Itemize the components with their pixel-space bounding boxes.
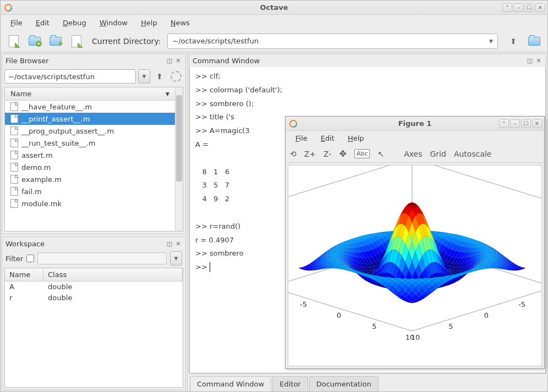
file-browser-toolbar: ~/octave/scripts/testfun ▼ ⬆ [2,67,185,86]
close-button[interactable]: ✕ [532,119,542,128]
var-name: A [5,281,43,292]
filter-dropdown-button[interactable]: ▼ [170,251,182,266]
undock-icon[interactable]: ◫ [526,57,534,64]
titlebar[interactable]: Octave ⌃ – ☐ ✕ [1,1,547,15]
new-folder-button[interactable] [26,33,43,49]
chevron-down-icon: ▼ [489,38,493,44]
open-folder-button[interactable] [47,33,64,49]
cursor [210,262,210,272]
close-panel-icon[interactable]: ✕ [174,240,182,247]
var-name: r [5,292,43,303]
menu-help[interactable]: Help [135,16,163,29]
command-output: >> clf; >> colormap ('default'); >> somb… [195,72,282,271]
figure-titlebar[interactable]: Figure 1 ⌃ – ☐ ✕ [286,117,544,131]
minimize-button[interactable]: – [513,3,523,12]
menu-file[interactable]: File [5,16,28,29]
workspace-table-header: Name Class [5,268,183,281]
tab-command-window[interactable]: Command Window [190,376,271,391]
minimize-button[interactable]: – [510,119,520,128]
current-dir-text: ~/octave/scripts/testfun [172,37,489,45]
svg-line-8 [412,165,541,202]
file-row[interactable]: example.m [5,173,175,185]
figure-menu-edit[interactable]: Edit [315,132,340,145]
file-browser-header[interactable]: File Browser ◫ ✕ [2,54,185,67]
close-panel-icon[interactable]: ✕ [174,57,182,64]
tab-editor[interactable]: Editor [272,376,308,391]
document-run-icon [72,35,81,47]
zoom-out-tool[interactable]: Z- [324,150,331,158]
filter-input[interactable] [37,252,167,264]
file-browser-path[interactable]: ~/octave/scripts/testfun [4,69,136,84]
file-icon [10,151,18,159]
maximize-button[interactable]: ☐ [521,119,531,128]
figure-canvas[interactable]: 10.80.60.40.20-0.2-0.4-10-505101050-5-10 [288,165,542,366]
file-name: example.m [21,175,62,184]
folder-icon [528,37,540,46]
maximize-button[interactable]: ☐ [524,3,534,12]
file-row[interactable]: module.mk [5,197,175,209]
command-window-header[interactable]: Command Window ◫ ✕ [189,54,546,67]
figure-menu-file[interactable]: File [290,132,313,145]
workspace-row[interactable]: Adouble [5,281,183,292]
grid-button[interactable]: Grid [430,150,446,158]
text-tool[interactable]: Abc [354,149,370,158]
file-row[interactable]: __printf_assert__.m [5,113,175,125]
var-class: double [43,292,76,303]
undock-icon[interactable]: ◫ [166,240,173,247]
file-browser-up-button[interactable]: ⬆ [152,68,167,85]
axes-button[interactable]: Axes [404,150,422,158]
folder-arrow-icon [50,37,62,46]
workspace-panel: Workspace ◫ ✕ Filter ▼ Name Class [2,236,186,390]
menu-window[interactable]: Window [94,16,133,29]
file-row[interactable]: demo.m [5,161,175,173]
current-dir-label: Current Directory: [92,37,161,46]
path-dropdown-button[interactable]: ▼ [138,69,150,84]
close-panel-icon[interactable]: ✕ [535,57,542,64]
menu-news[interactable]: News [165,16,195,29]
autoscale-button[interactable]: Autoscale [454,150,492,158]
file-name: fail.m [21,187,42,196]
figure-window[interactable]: Figure 1 ⌃ – ☐ ✕ File Edit Help ⟲ Z+ Z- … [285,116,545,369]
col-class[interactable]: Class [43,268,183,281]
menu-debug[interactable]: Debug [57,16,92,29]
filter-checkbox[interactable] [26,255,34,262]
workspace-filter-row: Filter ▼ [2,250,185,267]
run-button[interactable] [68,33,85,49]
file-icon [10,163,18,172]
rollup-button[interactable]: ⌃ [502,3,512,12]
file-name: module.mk [21,200,62,208]
svg-line-1176 [412,287,541,331]
file-icon [10,126,18,135]
close-button[interactable]: ✕ [535,3,545,12]
zoom-in-tool[interactable]: Z+ [304,150,316,158]
browse-folder-button[interactable] [525,33,543,49]
undock-icon[interactable]: ◫ [166,57,173,64]
file-list-header[interactable]: Name ▼ [5,87,175,101]
pan-tool[interactable]: ✥ [339,148,346,159]
file-icon [10,187,18,196]
gear-icon [171,71,182,82]
workspace-header[interactable]: Workspace ◫ ✕ [2,237,185,250]
scroll-thumb[interactable] [176,95,182,181]
figure-menu-help[interactable]: Help [342,132,370,145]
file-row[interactable]: assert.m [5,149,175,161]
tab-documentation[interactable]: Documentation [309,376,379,391]
rotate-tool[interactable]: ⟲ [290,150,297,158]
rollup-button[interactable]: ⌃ [499,119,509,128]
file-browser-settings-button[interactable] [169,68,183,85]
workspace-row[interactable]: rdouble [5,292,183,303]
select-tool[interactable]: ↖ [377,150,384,158]
file-name: __run_test_suite__.m [21,139,95,147]
figure-toolbar: ⟲ Z+ Z- ✥ Abc ↖ Axes Grid Autoscale [286,145,544,163]
col-name[interactable]: Name [5,268,43,281]
dir-up-button[interactable]: ⬆ [505,33,522,49]
file-row[interactable]: fail.m [5,185,175,197]
current-dir-combo[interactable]: ~/octave/scripts/testfun ▼ [167,34,498,49]
svg-text:0: 0 [484,311,489,319]
menu-edit[interactable]: Edit [30,16,55,29]
file-list-scrollbar[interactable] [175,87,183,231]
file-row[interactable]: __run_test_suite__.m [5,137,175,149]
new-script-button[interactable] [5,33,23,49]
file-row[interactable]: __prog_output_assert__.m [5,125,175,137]
file-row[interactable]: __have_feature__.m [5,101,175,113]
